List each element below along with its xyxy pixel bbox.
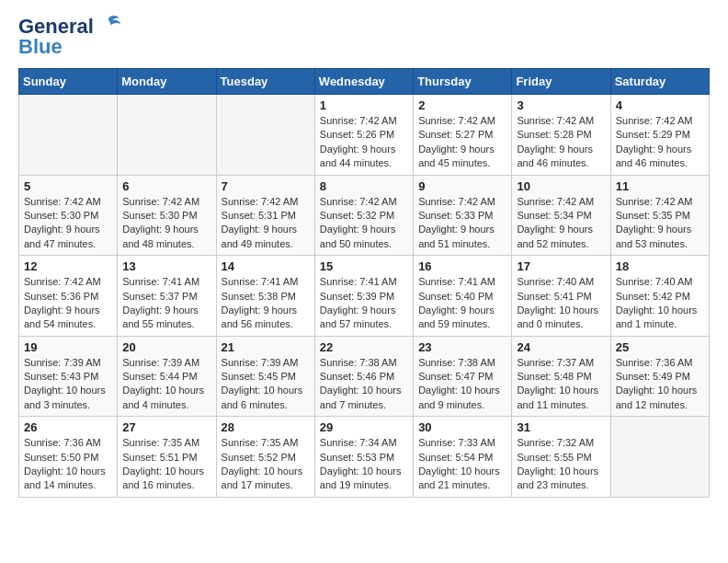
day-info: Sunrise: 7:36 AMSunset: 5:49 PMDaylight:… [616, 356, 704, 413]
day-number: 16 [418, 259, 506, 273]
day-number: 11 [616, 179, 704, 193]
col-wednesday: Wednesday [314, 69, 413, 95]
day-info: Sunrise: 7:39 AMSunset: 5:43 PMDaylight:… [24, 356, 112, 413]
table-row: 16Sunrise: 7:41 AMSunset: 5:40 PMDayligh… [414, 256, 512, 337]
day-number: 27 [122, 420, 210, 434]
day-number: 26 [24, 420, 112, 434]
day-info: Sunrise: 7:40 AMSunset: 5:41 PMDaylight:… [517, 275, 605, 332]
day-info: Sunrise: 7:38 AMSunset: 5:46 PMDaylight:… [320, 356, 408, 413]
calendar-header-row: Sunday Monday Tuesday Wednesday Thursday… [19, 69, 710, 95]
day-info: Sunrise: 7:38 AMSunset: 5:47 PMDaylight:… [418, 356, 506, 413]
day-info: Sunrise: 7:41 AMSunset: 5:37 PMDaylight:… [122, 275, 210, 332]
table-row: 15Sunrise: 7:41 AMSunset: 5:39 PMDayligh… [314, 256, 413, 337]
table-row: 17Sunrise: 7:40 AMSunset: 5:41 PMDayligh… [512, 256, 610, 337]
day-number: 6 [122, 179, 210, 193]
day-number: 14 [222, 259, 310, 273]
day-number: 19 [24, 340, 112, 354]
table-row: 10Sunrise: 7:42 AMSunset: 5:34 PMDayligh… [512, 175, 610, 256]
day-info: Sunrise: 7:42 AMSunset: 5:35 PMDaylight:… [616, 195, 704, 252]
day-number: 25 [616, 340, 704, 354]
table-row: 29Sunrise: 7:34 AMSunset: 5:53 PMDayligh… [314, 417, 413, 498]
table-row: 5Sunrise: 7:42 AMSunset: 5:30 PMDaylight… [19, 175, 118, 256]
day-number: 15 [320, 259, 408, 273]
day-info: Sunrise: 7:42 AMSunset: 5:34 PMDaylight:… [517, 195, 605, 252]
table-row: 11Sunrise: 7:42 AMSunset: 5:35 PMDayligh… [610, 175, 709, 256]
page-container: General Blue Sunday Monday Tuesday Wedne… [0, 0, 728, 507]
day-number: 31 [517, 420, 605, 434]
day-info: Sunrise: 7:35 AMSunset: 5:52 PMDaylight:… [222, 436, 310, 493]
table-row [610, 417, 709, 498]
table-row: 24Sunrise: 7:37 AMSunset: 5:48 PMDayligh… [512, 336, 610, 417]
table-row: 21Sunrise: 7:39 AMSunset: 5:45 PMDayligh… [216, 336, 314, 417]
day-info: Sunrise: 7:42 AMSunset: 5:36 PMDaylight:… [24, 275, 112, 332]
day-number: 23 [418, 340, 506, 354]
day-number: 4 [616, 98, 704, 112]
table-row: 4Sunrise: 7:42 AMSunset: 5:29 PMDaylight… [610, 95, 709, 176]
day-info: Sunrise: 7:42 AMSunset: 5:31 PMDaylight:… [222, 195, 310, 252]
col-thursday: Thursday [414, 69, 512, 95]
table-row [19, 95, 118, 176]
logo-blue-text: Blue [18, 35, 63, 59]
day-info: Sunrise: 7:42 AMSunset: 5:30 PMDaylight:… [122, 195, 210, 252]
day-info: Sunrise: 7:41 AMSunset: 5:38 PMDaylight:… [222, 275, 310, 332]
col-friday: Friday [512, 69, 610, 95]
table-row: 23Sunrise: 7:38 AMSunset: 5:47 PMDayligh… [414, 336, 512, 417]
day-number: 12 [24, 259, 112, 273]
day-number: 3 [517, 98, 605, 112]
day-info: Sunrise: 7:37 AMSunset: 5:48 PMDaylight:… [517, 356, 605, 413]
col-monday: Monday [118, 69, 216, 95]
table-row: 1Sunrise: 7:42 AMSunset: 5:26 PMDaylight… [314, 95, 413, 176]
calendar-week-row: 12Sunrise: 7:42 AMSunset: 5:36 PMDayligh… [19, 256, 710, 337]
col-sunday: Sunday [19, 69, 118, 95]
day-info: Sunrise: 7:42 AMSunset: 5:27 PMDaylight:… [418, 114, 506, 171]
day-number: 22 [320, 340, 408, 354]
table-row: 14Sunrise: 7:41 AMSunset: 5:38 PMDayligh… [216, 256, 314, 337]
logo-bird-icon [96, 15, 121, 35]
day-number: 9 [418, 179, 506, 193]
day-number: 17 [517, 259, 605, 273]
table-row: 3Sunrise: 7:42 AMSunset: 5:28 PMDaylight… [512, 95, 610, 176]
table-row: 28Sunrise: 7:35 AMSunset: 5:52 PMDayligh… [216, 417, 314, 498]
table-row: 31Sunrise: 7:32 AMSunset: 5:55 PMDayligh… [512, 417, 610, 498]
day-number: 28 [222, 420, 310, 434]
table-row: 27Sunrise: 7:35 AMSunset: 5:51 PMDayligh… [118, 417, 216, 498]
day-number: 29 [320, 420, 408, 434]
day-number: 18 [616, 259, 704, 273]
table-row: 25Sunrise: 7:36 AMSunset: 5:49 PMDayligh… [610, 336, 709, 417]
table-row: 20Sunrise: 7:39 AMSunset: 5:44 PMDayligh… [118, 336, 216, 417]
day-number: 7 [222, 179, 310, 193]
day-info: Sunrise: 7:33 AMSunset: 5:54 PMDaylight:… [418, 436, 506, 493]
day-info: Sunrise: 7:39 AMSunset: 5:44 PMDaylight:… [122, 356, 210, 413]
day-number: 21 [222, 340, 310, 354]
day-info: Sunrise: 7:42 AMSunset: 5:29 PMDaylight:… [616, 114, 704, 171]
col-saturday: Saturday [610, 69, 709, 95]
day-number: 8 [320, 179, 408, 193]
day-info: Sunrise: 7:35 AMSunset: 5:51 PMDaylight:… [122, 436, 210, 493]
day-number: 13 [122, 259, 210, 273]
day-number: 5 [24, 179, 112, 193]
table-row [118, 95, 216, 176]
day-info: Sunrise: 7:42 AMSunset: 5:26 PMDaylight:… [320, 114, 408, 171]
calendar-week-row: 1Sunrise: 7:42 AMSunset: 5:26 PMDaylight… [19, 95, 710, 176]
calendar-week-row: 19Sunrise: 7:39 AMSunset: 5:43 PMDayligh… [19, 336, 710, 417]
table-row: 19Sunrise: 7:39 AMSunset: 5:43 PMDayligh… [19, 336, 118, 417]
day-info: Sunrise: 7:41 AMSunset: 5:40 PMDaylight:… [418, 275, 506, 332]
table-row: 30Sunrise: 7:33 AMSunset: 5:54 PMDayligh… [414, 417, 512, 498]
table-row [216, 95, 314, 176]
table-row: 22Sunrise: 7:38 AMSunset: 5:46 PMDayligh… [314, 336, 413, 417]
table-row: 8Sunrise: 7:42 AMSunset: 5:32 PMDaylight… [314, 175, 413, 256]
col-tuesday: Tuesday [216, 69, 314, 95]
day-info: Sunrise: 7:42 AMSunset: 5:32 PMDaylight:… [320, 195, 408, 252]
table-row: 2Sunrise: 7:42 AMSunset: 5:27 PMDaylight… [414, 95, 512, 176]
table-row: 9Sunrise: 7:42 AMSunset: 5:33 PMDaylight… [414, 175, 512, 256]
day-info: Sunrise: 7:42 AMSunset: 5:33 PMDaylight:… [418, 195, 506, 252]
day-number: 10 [517, 179, 605, 193]
calendar-week-row: 5Sunrise: 7:42 AMSunset: 5:30 PMDaylight… [19, 175, 710, 256]
day-info: Sunrise: 7:41 AMSunset: 5:39 PMDaylight:… [320, 275, 408, 332]
logo: General Blue [18, 15, 121, 59]
day-number: 24 [517, 340, 605, 354]
day-number: 1 [320, 98, 408, 112]
day-info: Sunrise: 7:42 AMSunset: 5:28 PMDaylight:… [517, 114, 605, 171]
calendar-table: Sunday Monday Tuesday Wednesday Thursday… [18, 68, 710, 498]
day-info: Sunrise: 7:36 AMSunset: 5:50 PMDaylight:… [24, 436, 112, 493]
